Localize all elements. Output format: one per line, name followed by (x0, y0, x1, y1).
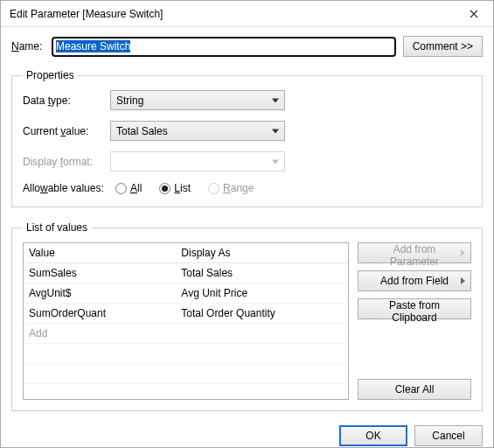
add-placeholder: Add (24, 324, 176, 344)
titlebar: Edit Parameter [Measure Switch] (1, 1, 493, 27)
radio-list-label: List (174, 182, 191, 194)
radio-list[interactable]: List (159, 182, 191, 194)
list-of-values-legend: List of values (23, 221, 91, 234)
radio-range: Range (208, 182, 254, 194)
close-icon (470, 7, 478, 21)
display-format-label: Display format: (23, 156, 110, 168)
cell-display: Avg Unit Price (176, 284, 348, 304)
display-format-combo (110, 151, 285, 172)
window-title: Edit Parameter [Measure Switch] (10, 8, 455, 20)
allowable-values-row: Allowable values: All List Range (23, 182, 471, 194)
radio-range-label: Range (223, 182, 254, 194)
data-type-row: Data type: String (23, 90, 471, 110)
current-value-label: Current value: (23, 125, 110, 137)
menu-arrow-icon (461, 249, 465, 256)
close-button[interactable] (455, 1, 493, 27)
current-value-value: Total Sales (116, 125, 168, 137)
comment-button[interactable]: Comment >> (403, 36, 483, 57)
cell-display: Total Sales (176, 263, 348, 284)
values-grid[interactable]: Value Display As SumSales Total Sales Av… (23, 242, 349, 400)
chevron-down-icon (272, 159, 279, 164)
radio-icon (208, 183, 219, 194)
cell-value: SumOrderQuant (24, 304, 176, 324)
paste-from-clipboard-button[interactable]: Paste from Clipboard (358, 298, 471, 319)
name-row: Name: Comment >> (11, 36, 483, 57)
radio-icon (115, 183, 127, 194)
add-from-parameter-button: Add from Parameter (358, 242, 471, 263)
name-input[interactable] (52, 37, 396, 57)
allowable-values-label: Allowable values: (23, 182, 110, 194)
side-buttons: Add from Parameter Add from Field Paste … (358, 242, 471, 400)
col-display-as: Display As (176, 243, 348, 263)
list-of-values-group: List of values Value Display As SumSales… (11, 221, 483, 411)
chevron-down-icon (272, 98, 279, 102)
edit-parameter-dialog: Edit Parameter [Measure Switch] Name: Co… (0, 0, 494, 448)
col-value: Value (24, 243, 176, 263)
cell-value: SumSales (24, 263, 176, 284)
table-row[interactable]: SumOrderQuant Total Order Quantity (24, 304, 348, 324)
dialog-footer: OK Cancel (11, 420, 483, 446)
add-from-field-button[interactable]: Add from Field (358, 270, 471, 291)
data-type-label: Data type: (23, 94, 110, 107)
cancel-button[interactable]: Cancel (414, 425, 483, 446)
current-value-row: Current value: Total Sales (23, 121, 471, 141)
list-box: Value Display As SumSales Total Sales Av… (23, 242, 471, 400)
properties-legend: Properties (23, 69, 78, 81)
data-type-value: String (116, 94, 143, 107)
radio-icon (159, 183, 170, 194)
data-type-combo[interactable]: String (110, 90, 285, 110)
radio-all-label: All (130, 182, 142, 194)
ok-button[interactable]: OK (339, 425, 407, 446)
properties-group: Properties Data type: String Current val… (11, 69, 483, 207)
menu-arrow-icon (461, 277, 465, 284)
radio-all[interactable]: All (115, 182, 142, 194)
cell-display: Total Order Quantity (176, 304, 348, 324)
current-value-combo[interactable]: Total Sales (110, 121, 285, 141)
clear-all-button[interactable]: Clear All (358, 379, 471, 400)
content-area: Name: Comment >> Properties Data type: S… (1, 27, 493, 448)
display-format-row: Display format: (23, 151, 471, 172)
table-row[interactable]: SumSales Total Sales (24, 263, 348, 284)
add-row[interactable]: Add (24, 324, 348, 344)
chevron-down-icon (272, 129, 279, 133)
table-row[interactable]: AvgUnit$ Avg Unit Price (24, 284, 348, 304)
grid-header-row: Value Display As (24, 243, 348, 263)
name-label: Name: (11, 40, 52, 52)
cell-value: AvgUnit$ (24, 284, 176, 304)
